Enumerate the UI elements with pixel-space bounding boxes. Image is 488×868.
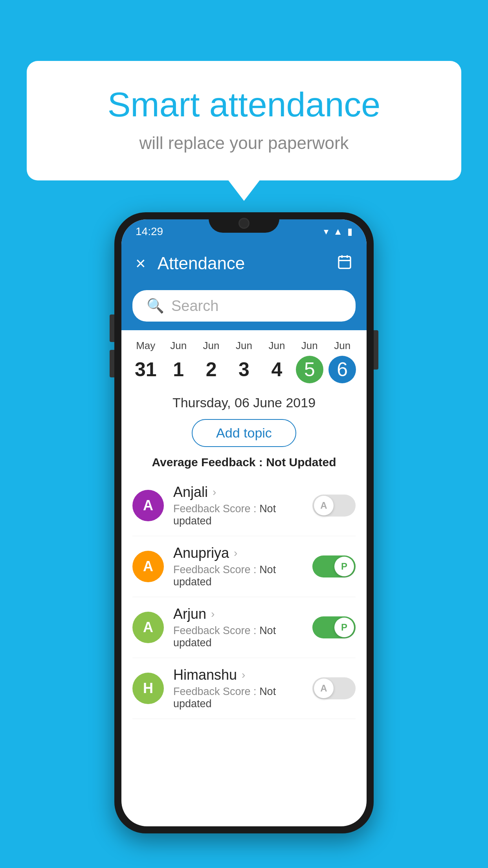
avatar: A: [132, 490, 164, 521]
student-list: AAnjali ›Feedback Score : Not updatedAAA…: [121, 475, 367, 719]
student-feedback: Feedback Score : Not updated: [173, 686, 303, 710]
student-name: Arjun ›: [173, 606, 303, 622]
phone-notch: [209, 212, 279, 233]
speech-bubble-container: Smart attendance will replace your paper…: [27, 61, 461, 180]
app-title: Attendance: [158, 254, 325, 273]
svg-rect-0: [339, 256, 350, 268]
phone-frame: 14:29 ▾ ▲ ▮ × Attendance: [114, 212, 374, 833]
attendance-toggle[interactable]: P: [312, 555, 356, 577]
calendar-day[interactable]: May31: [129, 340, 162, 383]
volume-up-button: [110, 314, 114, 342]
chevron-right-icon: ›: [213, 486, 216, 498]
student-name: Anjali ›: [173, 484, 303, 500]
app-bar: × Attendance: [121, 244, 367, 283]
selected-date-text: Thursday, 06 June 2019: [136, 395, 352, 410]
status-icons: ▾ ▲ ▮: [324, 226, 352, 237]
signal-icon: ▲: [333, 226, 343, 237]
attendance-toggle[interactable]: A: [312, 677, 356, 699]
phone-screen: 14:29 ▾ ▲ ▮ × Attendance: [121, 219, 367, 826]
phone-container: 14:29 ▾ ▲ ▮ × Attendance: [114, 212, 374, 833]
list-item[interactable]: HHimanshu ›Feedback Score : Not updatedA: [132, 658, 356, 719]
avg-feedback-label: Average Feedback :: [152, 456, 266, 469]
avg-feedback: Average Feedback : Not Updated: [136, 456, 352, 469]
calendar-day[interactable]: Jun6: [326, 340, 359, 383]
list-item[interactable]: AAnjali ›Feedback Score : Not updatedA: [132, 475, 356, 536]
bubble-title: Smart attendance: [58, 85, 430, 125]
calendar-day[interactable]: Jun2: [195, 340, 227, 383]
chevron-right-icon: ›: [234, 547, 237, 559]
volume-down-button: [110, 350, 114, 377]
student-feedback: Feedback Score : Not updated: [173, 503, 303, 527]
student-feedback: Feedback Score : Not updated: [173, 625, 303, 649]
attendance-toggle[interactable]: A: [312, 495, 356, 517]
search-icon: 🔍: [147, 298, 164, 314]
search-bar[interactable]: 🔍 Search: [132, 290, 356, 322]
calendar-day[interactable]: Jun3: [227, 340, 260, 383]
search-container: 🔍 Search: [121, 283, 367, 330]
calendar-day[interactable]: Jun1: [162, 340, 194, 383]
list-item[interactable]: AArjun ›Feedback Score : Not updatedP: [132, 597, 356, 658]
selected-date-section: Thursday, 06 June 2019 Add topic Average…: [121, 383, 367, 469]
bubble-subtitle: will replace your paperwork: [58, 133, 430, 153]
battery-icon: ▮: [347, 226, 352, 237]
close-button[interactable]: ×: [136, 254, 146, 273]
student-feedback: Feedback Score : Not updated: [173, 564, 303, 588]
avatar: H: [132, 673, 164, 704]
student-name: Anupriya ›: [173, 545, 303, 561]
chevron-right-icon: ›: [242, 669, 245, 681]
avatar: A: [132, 551, 164, 582]
student-name: Himanshu ›: [173, 667, 303, 683]
calendar-row: May31Jun1Jun2Jun3Jun4Jun5Jun6: [121, 330, 367, 383]
avatar: A: [132, 612, 164, 643]
front-camera: [238, 218, 250, 229]
list-item[interactable]: AAnupriya ›Feedback Score : Not updatedP: [132, 536, 356, 597]
calendar-day[interactable]: Jun4: [261, 340, 293, 383]
avg-feedback-value: Not Updated: [266, 456, 336, 469]
add-topic-button[interactable]: Add topic: [192, 419, 296, 447]
chevron-right-icon: ›: [211, 608, 215, 620]
status-time: 14:29: [136, 225, 163, 238]
calendar-icon[interactable]: [337, 254, 352, 273]
attendance-toggle[interactable]: P: [312, 616, 356, 638]
calendar-day[interactable]: Jun5: [293, 340, 326, 383]
speech-bubble: Smart attendance will replace your paper…: [27, 61, 461, 180]
wifi-icon: ▾: [324, 226, 328, 237]
search-placeholder: Search: [171, 298, 218, 314]
power-button: [374, 330, 378, 370]
